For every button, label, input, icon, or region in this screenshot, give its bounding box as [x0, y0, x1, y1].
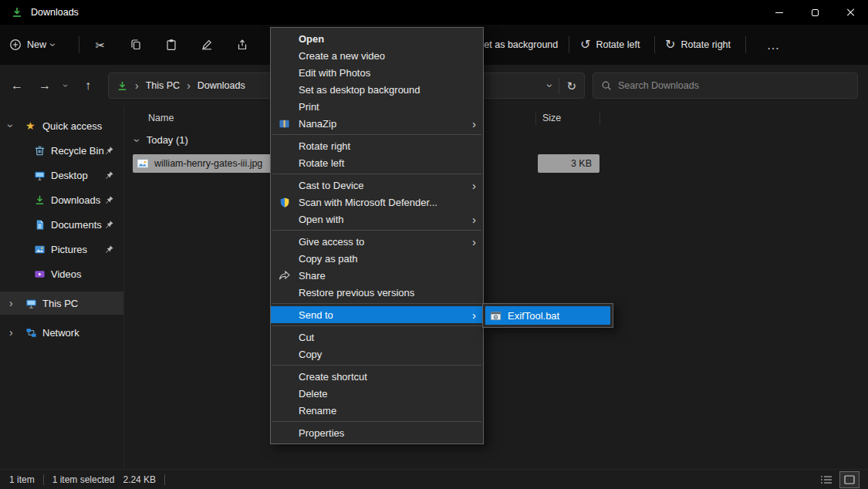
menu-separator — [272, 421, 481, 422]
back-button[interactable]: ← — [6, 75, 28, 96]
column-header-size[interactable]: Size — [542, 113, 561, 123]
menu-item-copy-as-path[interactable]: Copy as path — [271, 250, 483, 267]
submenu-arrow-icon: › — [472, 214, 476, 225]
menu-item-give-access-to[interactable]: Give access to › — [271, 233, 483, 250]
menu-item-cut[interactable]: Cut — [271, 329, 483, 346]
refresh-button[interactable]: ↻ — [566, 80, 576, 92]
star-icon: ★ — [25, 120, 35, 131]
window-title: Downloads — [31, 7, 79, 18]
search-box[interactable] — [593, 73, 858, 99]
breadcrumb-this-pc[interactable]: This PC — [146, 80, 180, 91]
sidebar-item-this-pc[interactable]: › This PC — [0, 292, 123, 315]
more-options-button[interactable]: … — [759, 25, 787, 65]
menu-item-scan-with-defender[interactable]: Scan with Microsoft Defender... — [271, 194, 483, 211]
sidebar-item-videos[interactable]: Videos — [0, 262, 123, 285]
submenu-item-exiftool[interactable]: ExifTool.bat — [485, 306, 610, 325]
sidebar-item-desktop[interactable]: Desktop — [0, 164, 123, 187]
close-button[interactable] — [833, 0, 868, 25]
menu-item-label: Send to — [299, 309, 333, 321]
downloads-folder-icon — [117, 80, 128, 92]
menu-item-properties[interactable]: Properties — [271, 424, 483, 441]
menu-item-send-to[interactable]: Send to › — [271, 306, 483, 323]
menu-item-open[interactable]: Open — [271, 30, 483, 47]
menu-item-create-a-new-video[interactable]: Create a new video — [271, 47, 483, 64]
minimize-icon — [775, 12, 783, 13]
menu-item-label: Open with — [299, 214, 344, 225]
submenu-arrow-icon: › — [472, 118, 476, 130]
sidebar: › ★ Quick access Recycle Bin Desktop Dow… — [0, 106, 123, 469]
sidebar-item-network[interactable]: › Network — [0, 321, 123, 344]
chevron-right-icon[interactable]: › — [9, 298, 13, 309]
share-button[interactable] — [228, 25, 256, 65]
maximize-button[interactable] — [797, 0, 833, 25]
menu-item-set-as-desktop-background[interactable]: Set as desktop background — [271, 81, 483, 98]
menu-item-create-shortcut[interactable]: Create shortcut — [271, 368, 483, 385]
menu-item-label: Delete — [299, 388, 328, 400]
cut-button[interactable]: ✂ — [86, 25, 114, 65]
up-button[interactable]: ↑ — [77, 75, 99, 96]
menu-item-nanazip[interactable]: NanaZip › — [271, 115, 483, 132]
menu-item-label: Properties — [299, 427, 344, 439]
menu-item-rename[interactable]: Rename — [271, 402, 483, 419]
sidebar-item-label: Pictures — [51, 244, 87, 255]
sidebar-item-label: Recycle Bin — [51, 145, 104, 157]
column-divider[interactable] — [535, 111, 536, 125]
menu-item-label: Scan with Microsoft Defender... — [299, 197, 437, 208]
recent-locations-button[interactable]: › — [57, 75, 74, 96]
rotate-right-button[interactable]: ↻ Rotate right — [665, 25, 731, 65]
paste-icon — [165, 39, 177, 51]
new-button[interactable]: New › — [9, 25, 56, 65]
menu-item-cast-to-device[interactable]: Cast to Device › — [271, 177, 483, 194]
this-pc-icon — [25, 298, 37, 309]
menu-separator — [272, 325, 481, 326]
sidebar-item-downloads[interactable]: Downloads — [0, 188, 123, 211]
search-input[interactable] — [618, 80, 849, 91]
sidebar-item-recycle-bin[interactable]: Recycle Bin — [0, 139, 123, 162]
menu-item-label: Open — [299, 33, 324, 45]
toolbar-divider — [79, 36, 79, 53]
menu-item-rotate-right[interactable]: Rotate right — [271, 137, 483, 154]
sidebar-item-documents[interactable]: Documents — [0, 213, 123, 236]
rename-button[interactable] — [193, 25, 221, 65]
chevron-down-icon[interactable]: › — [5, 124, 16, 128]
sidebar-item-label: This PC — [42, 298, 78, 309]
chevron-down-icon[interactable]: › — [132, 138, 143, 142]
menu-item-delete[interactable]: Delete — [271, 385, 483, 402]
sidebar-item-quick-access[interactable]: › ★ Quick access — [0, 114, 123, 137]
new-button-label: New — [27, 39, 46, 50]
menu-item-label: NanaZip — [299, 118, 336, 130]
details-view-button[interactable] — [817, 472, 836, 487]
column-divider[interactable] — [599, 111, 600, 125]
menu-item-edit-with-photos[interactable]: Edit with Photos — [271, 64, 483, 81]
file-size: 3 KB — [571, 158, 592, 169]
item-count: 1 item — [9, 474, 35, 485]
menu-item-print[interactable]: Print — [271, 98, 483, 115]
rotate-left-button[interactable]: ↺ Rotate left — [580, 25, 640, 65]
menu-item-label: Print — [299, 101, 319, 113]
paste-button[interactable] — [157, 25, 185, 65]
column-header-name[interactable]: Name — [148, 113, 174, 123]
menu-item-share[interactable]: Share — [271, 267, 483, 284]
copy-button[interactable] — [122, 25, 150, 65]
menu-item-restore-previous-versions[interactable]: Restore previous versions — [271, 284, 483, 301]
menu-item-copy[interactable]: Copy — [271, 346, 483, 363]
minimize-button[interactable] — [762, 0, 797, 25]
file-row-size-cell[interactable]: 3 KB — [538, 154, 599, 173]
rotate-right-label: Rotate right — [681, 39, 731, 50]
forward-button[interactable]: → — [34, 75, 56, 96]
nanazip-icon — [278, 117, 291, 130]
menu-item-open-with[interactable]: Open with › — [271, 211, 483, 228]
thumbnail-view-button[interactable] — [840, 472, 859, 487]
cut-icon: ✂ — [96, 39, 106, 51]
breadcrumb-downloads[interactable]: Downloads — [198, 80, 245, 91]
file-row-name-cell[interactable]: william-henry-gates-iii.jpg — [133, 154, 272, 173]
menu-item-label: Share — [299, 270, 326, 282]
address-dropdown-chevron[interactable]: › — [545, 84, 556, 88]
submenu-arrow-icon: › — [472, 309, 476, 321]
recycle-bin-icon — [34, 145, 46, 157]
chevron-right-icon[interactable]: › — [9, 327, 13, 338]
sidebar-item-pictures[interactable]: Pictures — [0, 238, 123, 261]
group-header-today[interactable]: › Today (1) — [136, 134, 188, 146]
submenu-arrow-icon: › — [472, 180, 476, 191]
menu-item-rotate-left[interactable]: Rotate left — [271, 154, 483, 171]
